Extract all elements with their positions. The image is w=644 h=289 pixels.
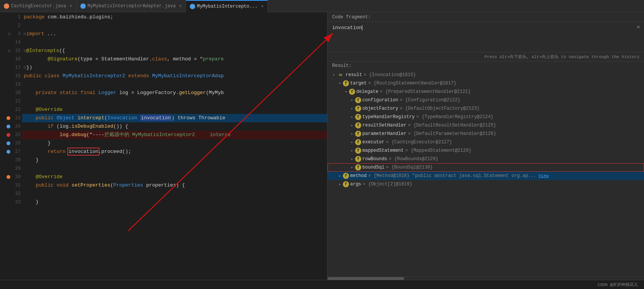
- java-file-icon: [4, 3, 9, 9]
- args-icon: f: [343, 181, 349, 187]
- debug-scrollbar[interactable]: [328, 277, 644, 280]
- tree-item-result-set-handler[interactable]: f resultSetHandler = {DefaultResultSetHa…: [328, 121, 644, 130]
- mapped-stmt-icon: f: [355, 148, 361, 154]
- code-panel: 1 2 ⊟3 14 ⊟15 16 17 18 19 20 21 22 23 24…: [0, 12, 327, 280]
- tab-label: CachingExecutor.java: [11, 3, 66, 9]
- code-line-2: [22, 21, 327, 30]
- tree-arrow-mapped-stmt: [349, 148, 355, 153]
- code-fragment-label: Code fragment:: [332, 15, 371, 20]
- interceptor-file-icon-active: [190, 4, 195, 9]
- code-line-3: ⊟import ...: [22, 30, 327, 38]
- gutter-row-31: 31: [0, 181, 22, 190]
- code-line-32: [22, 190, 327, 198]
- tree-item-method[interactable]: f method = {Method@1818} "public abstrac…: [328, 172, 644, 180]
- tab-bar: CachingExecutor.java × MyMybatisIntercep…: [0, 0, 644, 12]
- gutter-row-18: 18: [0, 72, 22, 80]
- tree-arrow-executor: [349, 140, 355, 144]
- code-line-21: [22, 97, 327, 106]
- gutter-row-27: 27: [0, 148, 22, 156]
- tree-item-target[interactable]: f target = {RoutingStatementHandler@1817…: [328, 79, 644, 88]
- result-tree[interactable]: ∞ result = {Invocation@1815} f target = …: [328, 70, 644, 277]
- tree-item-args[interactable]: f args = {Object[2]@1819}: [328, 180, 644, 188]
- code-line-29: [22, 164, 327, 173]
- tree-item-object-factory[interactable]: f objectFactory = {DefaultObjectFactory@…: [328, 104, 644, 113]
- gutter-row-21: 21: [0, 97, 22, 106]
- tab-label: MyMybatisInterceptorAdapter.java: [88, 3, 176, 9]
- gutter-row-25: 25: [0, 131, 22, 139]
- gutter-row-16: 16: [0, 55, 22, 63]
- gutter-row-22: 22: [0, 106, 22, 114]
- code-line-31: public void setProperties(Properties pro…: [22, 181, 327, 190]
- tree-arrow-args: [337, 182, 343, 187]
- tab-label: MyMybatisIntercepto...: [197, 4, 258, 9]
- tab-close-2[interactable]: ×: [179, 4, 182, 8]
- gutter-row-28: 28: [0, 156, 22, 164]
- gutter-row-24: 24: [0, 122, 22, 131]
- method-icon: f: [343, 173, 349, 179]
- code-line-18: public class MyMybatisInterceptor2 exten…: [22, 72, 327, 80]
- line-gutter: 1 2 ⊟3 14 ⊟15 16 17 18 19 20 21 22 23 24…: [0, 12, 22, 280]
- debug-panel-header: Code fragment:: [328, 12, 644, 22]
- code-line-27: return invocation.proceed();: [22, 148, 327, 156]
- tree-item-bound-sql[interactable]: f boundSql = {BoundSql@2130}: [328, 163, 644, 172]
- obj-factory-icon: f: [355, 106, 361, 112]
- scrollbar-thumb[interactable]: [328, 277, 404, 280]
- tree-arrow-target: [337, 81, 343, 86]
- code-line-20: private static final Logger log = Logger…: [22, 89, 327, 97]
- tree-item-param-handler[interactable]: f parameterHandler = {DefaultParameterHa…: [328, 130, 644, 138]
- delegate-icon: f: [349, 89, 355, 95]
- tab-close-1[interactable]: ×: [70, 4, 72, 8]
- gutter-row-15: ⊟15: [0, 47, 22, 55]
- tree-item-delegate[interactable]: f delegate = {PreparedStatementHandler@2…: [328, 88, 644, 96]
- gutter-row-2: 2: [0, 21, 22, 30]
- gutter-row-17: 17: [0, 63, 22, 72]
- code-line-15: ⊟@Intercepts({: [22, 47, 327, 55]
- view-link[interactable]: View: [539, 174, 549, 178]
- tree-arrow-config: [349, 98, 355, 102]
- gutter-row-23: 23: [0, 114, 22, 122]
- invocation-boxed: invocation: [68, 149, 98, 154]
- gutter-row-3: ⊟3: [0, 30, 22, 38]
- tab-close-3[interactable]: ×: [261, 4, 264, 9]
- tree-item-result[interactable]: ∞ result = {Invocation@1815}: [328, 71, 644, 79]
- result-header: Result:: [328, 62, 644, 70]
- tree-arrow-method: [337, 174, 343, 178]
- code-lines: package com.baizhiedu.plugins; ⊟import .…: [22, 12, 327, 280]
- gutter-row-26: 26: [0, 139, 22, 148]
- tab-mybatis-interceptor[interactable]: MyMybatisIntercepto... ×: [186, 0, 268, 12]
- gutter-row-32: 32: [0, 190, 22, 198]
- tab-caching-executor[interactable]: CachingExecutor.java ×: [0, 0, 77, 12]
- bound-sql-icon: f: [355, 164, 361, 170]
- tree-arrow-delegate: [343, 89, 349, 94]
- close-button[interactable]: ×: [636, 24, 640, 31]
- code-line-17: ⊟}): [22, 63, 327, 72]
- gutter-row-30: 30: [0, 173, 22, 181]
- tab-mybatis-adapter[interactable]: MyMybatisInterceptorAdapter.java ×: [77, 0, 186, 12]
- code-line-28: }: [22, 156, 327, 164]
- code-line-23: public Object intercept(Invocation invoc…: [22, 114, 327, 122]
- debug-panel: Code fragment: invocation × Press Alt+向下…: [327, 12, 644, 280]
- code-line-33: }: [22, 198, 327, 206]
- tree-arrow-bound-sql: [349, 165, 355, 170]
- gutter-row-19: 19: [0, 80, 22, 89]
- tree-item-mapped-stmt[interactable]: f mappedStatement = {MappedStatement@212…: [328, 146, 644, 155]
- main-area: 1 2 ⊟3 14 ⊟15 16 17 18 19 20 21 22 23 24…: [0, 12, 644, 280]
- config-icon: f: [355, 97, 361, 103]
- rs-handler-icon: f: [355, 122, 361, 128]
- code-line-30: @Override: [22, 173, 327, 181]
- code-line-14: [22, 38, 327, 47]
- tree-arrow-row-bounds: [349, 157, 355, 161]
- code-line-25: log.debug("----拦截器中的 MyMybatisIntercepto…: [22, 131, 327, 139]
- interceptor-file-icon: [80, 3, 86, 9]
- type-handler-icon: f: [355, 114, 361, 120]
- gutter-row-14: 14: [0, 38, 22, 47]
- tree-arrow-result: [331, 73, 337, 77]
- code-line-26: }: [22, 139, 327, 148]
- tree-item-type-handler[interactable]: f typeHandlerRegistry = {TypeHandlerRegi…: [328, 113, 644, 121]
- tree-item-configuration[interactable]: f configuration = {Configuration@2122}: [328, 96, 644, 104]
- tree-item-executor[interactable]: f executor = {CachingExecutor@2127}: [328, 138, 644, 146]
- gutter-row-29: 29: [0, 164, 22, 173]
- code-fragment-area[interactable]: invocation ×: [328, 22, 644, 52]
- cursor: [362, 25, 362, 31]
- tree-item-row-bounds[interactable]: f rowBounds = {RowBounds@2129}: [328, 155, 644, 163]
